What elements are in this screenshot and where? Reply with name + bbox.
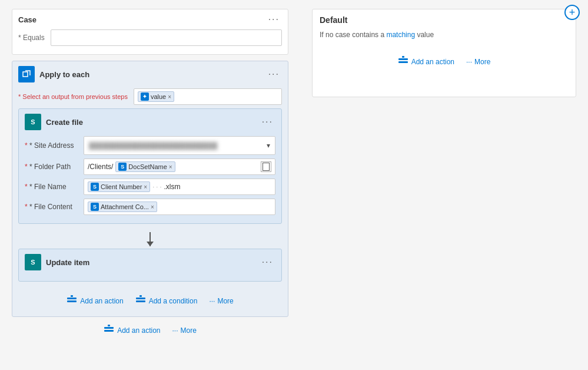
bottom-add-action-icon [104, 324, 114, 336]
value-tag-close[interactable]: × [168, 94, 171, 100]
right-panel: Default If no case contains a matching v… [300, 9, 588, 370]
svg-rect-7 [104, 330, 114, 332]
select-output-label: * Select an output from previous steps [18, 93, 128, 100]
svg-rect-9 [398, 58, 408, 60]
site-address-value: ████████████████████████████ [89, 142, 267, 149]
default-actions-row: Add an action ··· More [320, 51, 569, 72]
value-tag: ✦ value × [138, 91, 174, 102]
add-condition-icon [135, 295, 146, 307]
client-number-tag: S Client Number × [88, 181, 150, 192]
create-file-block: S Create file ··· * * Site Address █████… [18, 108, 282, 224]
left-more-button[interactable]: ··· More [209, 297, 233, 305]
create-file-title: Create file [46, 118, 83, 127]
case-title: Case [18, 15, 36, 24]
file-name-box[interactable]: S Client Number × · · · .xlsm [84, 179, 275, 195]
create-file-icon: S [25, 114, 41, 130]
attachment-content-tag: S Attachment Co... × [88, 201, 157, 212]
dropdown-arrow-icon: ▾ [267, 141, 270, 150]
apply-each-dots-button[interactable]: ··· [266, 69, 282, 80]
plus-circle-button[interactable]: + [564, 5, 580, 20]
client-number-tag-icon: S [91, 183, 99, 191]
svg-rect-2 [71, 295, 73, 297]
copy-icon[interactable] [261, 161, 271, 172]
bottom-more-dots: ··· [172, 326, 178, 335]
equals-label: * Equals [18, 34, 45, 42]
attachment-tag-close[interactable]: × [151, 204, 154, 210]
update-item-block: S Update item ··· [18, 249, 282, 282]
update-item-title: Update item [46, 258, 89, 267]
default-block: Default If no case contains a matching v… [312, 9, 576, 97]
case-block: Case ··· * Equals [12, 9, 288, 55]
create-file-dots-button[interactable]: ··· [260, 117, 275, 127]
attachment-tag-icon: S [91, 203, 99, 211]
matching-text: matching [386, 31, 415, 39]
svg-rect-4 [136, 300, 145, 302]
file-name-label: * * File Name [25, 183, 78, 191]
add-action-icon [67, 295, 77, 307]
apply-each-icon [18, 66, 35, 82]
folder-path-label: * * Folder Path [25, 163, 78, 171]
svg-rect-10 [398, 61, 408, 63]
svg-rect-0 [67, 298, 77, 299]
tag-icon: ✦ [141, 92, 149, 101]
default-description: If no case contains a matching value [320, 31, 569, 39]
folder-path-prefix: /Clients/ [88, 163, 113, 171]
case-dots-button[interactable]: ··· [266, 14, 282, 25]
left-panel: Case ··· * Equals [0, 9, 300, 370]
arrow-connector [18, 230, 282, 249]
docset-tag-close[interactable]: × [169, 164, 172, 170]
site-address-label: * * Site Address [25, 141, 78, 150]
folder-path-box[interactable]: /Clients/ S DocSetName × [84, 158, 275, 175]
svg-rect-5 [139, 295, 142, 297]
file-content-box[interactable]: S Attachment Co... × [84, 199, 275, 215]
arrow-down-icon [150, 232, 151, 246]
file-name-blurred: · · · [152, 183, 161, 190]
left-actions-row: Add an action Add a condition [18, 290, 282, 312]
default-more-dots: ··· [466, 58, 472, 66]
bottom-more-button[interactable]: ··· More [172, 326, 197, 335]
file-content-label: * * File Content [25, 203, 78, 211]
add-condition-button[interactable]: Add a condition [135, 295, 198, 307]
docset-tag: S DocSetName × [115, 161, 175, 172]
svg-rect-3 [136, 298, 145, 299]
svg-rect-1 [67, 300, 77, 302]
default-more-button[interactable]: ··· More [466, 58, 490, 66]
default-add-action-button[interactable]: Add an action [398, 55, 454, 68]
client-number-tag-close[interactable]: × [144, 184, 147, 190]
update-item-dots-button[interactable]: ··· [260, 257, 275, 267]
site-address-dropdown[interactable]: ████████████████████████████ ▾ [84, 136, 275, 155]
add-action-button[interactable]: Add an action [67, 295, 123, 307]
svg-rect-8 [108, 325, 110, 326]
default-add-action-icon [398, 55, 408, 68]
update-item-icon: S [25, 254, 41, 270]
apply-each-title: Apply to each [39, 70, 89, 79]
select-output-box[interactable]: ✦ value × [134, 88, 282, 105]
equals-input[interactable] [51, 29, 282, 46]
left-more-dots: ··· [209, 297, 215, 305]
apply-each-block: Apply to each ··· * Select an output fro… [12, 61, 288, 317]
default-title: Default [320, 15, 569, 25]
file-name-suffix: .xlsm [164, 183, 180, 191]
svg-rect-11 [402, 56, 404, 58]
svg-rect-6 [104, 327, 114, 329]
bottom-add-action-button[interactable]: Add an action [104, 324, 160, 336]
docset-tag-icon: S [118, 163, 127, 171]
bottom-actions-row: Add an action ··· More [12, 324, 288, 336]
